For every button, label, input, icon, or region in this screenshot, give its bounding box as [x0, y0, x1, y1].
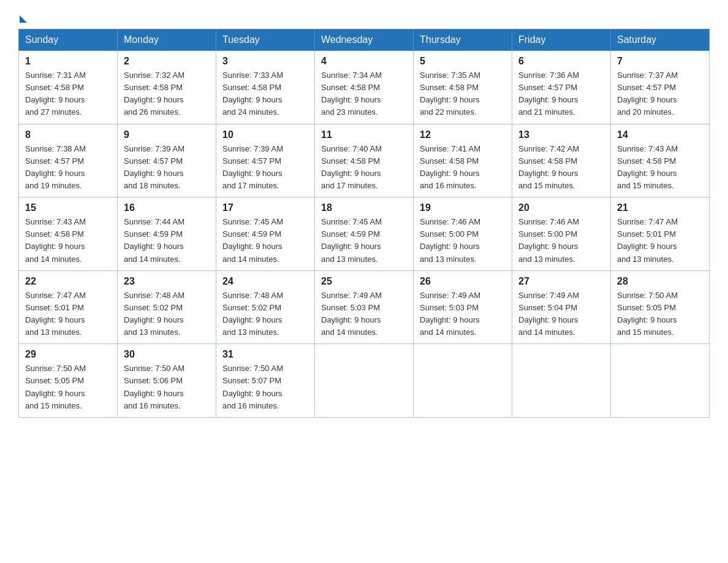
page-header	[18, 12, 710, 23]
day-number: 17	[222, 202, 308, 213]
calendar-cell: 27Sunrise: 7:49 AMSunset: 5:04 PMDayligh…	[512, 270, 611, 344]
day-number: 14	[617, 129, 703, 140]
calendar-cell: 13Sunrise: 7:42 AMSunset: 4:58 PMDayligh…	[512, 124, 611, 197]
calendar-cell	[611, 344, 710, 418]
calendar-cell: 14Sunrise: 7:43 AMSunset: 4:58 PMDayligh…	[611, 124, 710, 197]
day-number: 13	[518, 129, 604, 140]
calendar-header-wednesday: Wednesday	[315, 29, 414, 51]
calendar-cell: 9Sunrise: 7:39 AMSunset: 4:57 PMDaylight…	[118, 124, 216, 197]
day-info: Sunrise: 7:46 AMSunset: 5:00 PMDaylight:…	[420, 216, 506, 266]
day-info: Sunrise: 7:50 AMSunset: 5:06 PMDaylight:…	[124, 362, 210, 412]
day-info: Sunrise: 7:45 AMSunset: 4:59 PMDaylight:…	[222, 216, 308, 266]
logo	[18, 12, 28, 23]
calendar-cell: 4Sunrise: 7:34 AMSunset: 4:58 PMDaylight…	[315, 51, 414, 124]
calendar-cell: 26Sunrise: 7:49 AMSunset: 5:03 PMDayligh…	[414, 270, 512, 344]
calendar-header-saturday: Saturday	[611, 29, 710, 51]
day-info: Sunrise: 7:39 AMSunset: 4:57 PMDaylight:…	[222, 143, 308, 193]
day-number: 20	[518, 202, 604, 213]
day-number: 1	[25, 56, 111, 67]
calendar-cell: 6Sunrise: 7:36 AMSunset: 4:57 PMDaylight…	[512, 51, 611, 124]
day-info: Sunrise: 7:41 AMSunset: 4:58 PMDaylight:…	[420, 143, 506, 193]
day-info: Sunrise: 7:37 AMSunset: 4:57 PMDaylight:…	[617, 69, 703, 119]
day-info: Sunrise: 7:39 AMSunset: 4:57 PMDaylight:…	[124, 143, 210, 193]
day-info: Sunrise: 7:44 AMSunset: 4:59 PMDaylight:…	[124, 216, 210, 266]
calendar-cell: 28Sunrise: 7:50 AMSunset: 5:05 PMDayligh…	[611, 270, 710, 344]
day-number: 24	[222, 276, 308, 287]
day-info: Sunrise: 7:45 AMSunset: 4:59 PMDaylight:…	[321, 216, 407, 266]
day-number: 28	[617, 276, 703, 287]
calendar-cell: 30Sunrise: 7:50 AMSunset: 5:06 PMDayligh…	[118, 344, 216, 418]
day-number: 21	[617, 202, 703, 213]
calendar-week-row: 1Sunrise: 7:31 AMSunset: 4:58 PMDaylight…	[19, 51, 710, 124]
day-number: 12	[420, 129, 506, 140]
calendar-cell: 16Sunrise: 7:44 AMSunset: 4:59 PMDayligh…	[118, 197, 216, 271]
day-info: Sunrise: 7:46 AMSunset: 5:00 PMDaylight:…	[518, 216, 604, 266]
day-info: Sunrise: 7:42 AMSunset: 4:58 PMDaylight:…	[518, 143, 604, 193]
day-number: 25	[321, 276, 407, 287]
calendar-header-tuesday: Tuesday	[216, 29, 315, 51]
calendar-cell: 17Sunrise: 7:45 AMSunset: 4:59 PMDayligh…	[216, 197, 315, 271]
calendar-cell: 29Sunrise: 7:50 AMSunset: 5:05 PMDayligh…	[19, 344, 118, 418]
calendar-header-monday: Monday	[118, 29, 216, 51]
day-number: 27	[518, 276, 604, 287]
calendar-cell: 5Sunrise: 7:35 AMSunset: 4:58 PMDaylight…	[414, 51, 512, 124]
calendar-cell	[512, 344, 611, 418]
calendar-cell: 2Sunrise: 7:32 AMSunset: 4:58 PMDaylight…	[118, 51, 216, 124]
day-number: 6	[518, 56, 604, 67]
day-info: Sunrise: 7:40 AMSunset: 4:58 PMDaylight:…	[321, 143, 407, 193]
day-number: 23	[124, 276, 210, 287]
calendar-header-sunday: Sunday	[19, 29, 118, 51]
calendar-cell: 1Sunrise: 7:31 AMSunset: 4:58 PMDaylight…	[19, 51, 118, 124]
day-number: 15	[25, 202, 111, 213]
calendar-cell: 25Sunrise: 7:49 AMSunset: 5:03 PMDayligh…	[315, 270, 414, 344]
calendar-cell: 31Sunrise: 7:50 AMSunset: 5:07 PMDayligh…	[216, 344, 315, 418]
day-info: Sunrise: 7:35 AMSunset: 4:58 PMDaylight:…	[420, 69, 506, 119]
day-number: 11	[321, 129, 407, 140]
day-number: 3	[222, 56, 308, 67]
day-number: 29	[25, 349, 111, 360]
logo-text	[18, 15, 28, 23]
day-number: 5	[420, 56, 506, 67]
calendar-cell: 24Sunrise: 7:48 AMSunset: 5:02 PMDayligh…	[216, 270, 315, 344]
calendar-table: SundayMondayTuesdayWednesdayThursdayFrid…	[18, 29, 710, 418]
day-number: 18	[321, 202, 407, 213]
day-info: Sunrise: 7:49 AMSunset: 5:04 PMDaylight:…	[518, 289, 604, 339]
day-info: Sunrise: 7:50 AMSunset: 5:07 PMDaylight:…	[222, 362, 308, 412]
day-number: 10	[222, 129, 308, 140]
day-info: Sunrise: 7:48 AMSunset: 5:02 PMDaylight:…	[124, 289, 210, 339]
calendar-cell: 15Sunrise: 7:43 AMSunset: 4:58 PMDayligh…	[19, 197, 118, 271]
logo-triangle-icon	[20, 15, 27, 23]
day-info: Sunrise: 7:49 AMSunset: 5:03 PMDaylight:…	[321, 289, 407, 339]
day-number: 9	[124, 129, 210, 140]
day-info: Sunrise: 7:47 AMSunset: 5:01 PMDaylight:…	[25, 289, 111, 339]
calendar-header-friday: Friday	[512, 29, 611, 51]
calendar-cell	[414, 344, 512, 418]
calendar-week-row: 22Sunrise: 7:47 AMSunset: 5:01 PMDayligh…	[19, 270, 710, 344]
day-info: Sunrise: 7:48 AMSunset: 5:02 PMDaylight:…	[222, 289, 308, 339]
day-number: 19	[420, 202, 506, 213]
calendar-cell: 8Sunrise: 7:38 AMSunset: 4:57 PMDaylight…	[19, 124, 118, 197]
day-info: Sunrise: 7:50 AMSunset: 5:05 PMDaylight:…	[617, 289, 703, 339]
calendar-cell: 20Sunrise: 7:46 AMSunset: 5:00 PMDayligh…	[512, 197, 611, 271]
day-number: 2	[124, 56, 210, 67]
calendar-week-row: 8Sunrise: 7:38 AMSunset: 4:57 PMDaylight…	[19, 124, 710, 197]
day-info: Sunrise: 7:50 AMSunset: 5:05 PMDaylight:…	[25, 362, 111, 412]
day-info: Sunrise: 7:31 AMSunset: 4:58 PMDaylight:…	[25, 69, 111, 119]
day-number: 31	[222, 349, 308, 360]
day-number: 30	[124, 349, 210, 360]
day-info: Sunrise: 7:49 AMSunset: 5:03 PMDaylight:…	[420, 289, 506, 339]
day-info: Sunrise: 7:36 AMSunset: 4:57 PMDaylight:…	[518, 69, 604, 119]
calendar-cell: 11Sunrise: 7:40 AMSunset: 4:58 PMDayligh…	[315, 124, 414, 197]
calendar-week-row: 15Sunrise: 7:43 AMSunset: 4:58 PMDayligh…	[19, 197, 710, 271]
day-info: Sunrise: 7:34 AMSunset: 4:58 PMDaylight:…	[321, 69, 407, 119]
day-info: Sunrise: 7:47 AMSunset: 5:01 PMDaylight:…	[617, 216, 703, 266]
calendar-cell: 10Sunrise: 7:39 AMSunset: 4:57 PMDayligh…	[216, 124, 315, 197]
day-number: 22	[25, 276, 111, 287]
day-number: 4	[321, 56, 407, 67]
calendar-cell: 7Sunrise: 7:37 AMSunset: 4:57 PMDaylight…	[611, 51, 710, 124]
calendar-cell: 23Sunrise: 7:48 AMSunset: 5:02 PMDayligh…	[118, 270, 216, 344]
calendar-week-row: 29Sunrise: 7:50 AMSunset: 5:05 PMDayligh…	[19, 344, 710, 418]
calendar-header-row: SundayMondayTuesdayWednesdayThursdayFrid…	[19, 29, 710, 51]
calendar-cell	[315, 344, 414, 418]
day-info: Sunrise: 7:33 AMSunset: 4:58 PMDaylight:…	[222, 69, 308, 119]
